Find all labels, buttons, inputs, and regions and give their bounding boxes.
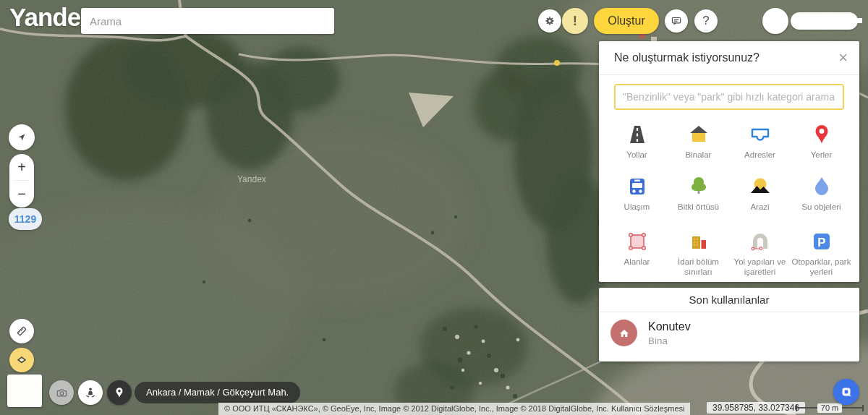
recents-title: Son kullanılanlar — [599, 288, 859, 312]
create-panel-title: Ne oluşturmak istiyorsunuz? — [614, 51, 760, 64]
terrain-icon — [749, 175, 772, 198]
tunnel-icon — [749, 230, 772, 253]
avatar[interactable] — [762, 8, 788, 34]
category-terrain[interactable]: Arazi — [729, 172, 791, 227]
help-button[interactable]: ? — [694, 9, 718, 33]
svg-text:P: P — [817, 236, 825, 249]
username-redacted[interactable] — [791, 12, 858, 30]
assistant-button[interactable] — [833, 379, 859, 405]
address-plate-icon — [749, 123, 772, 146]
terms-link[interactable]: Kullanıcı Sözleşmesi — [611, 404, 685, 413]
category-search-input[interactable] — [616, 85, 843, 108]
recent-item-subtitle: Bina — [648, 335, 691, 346]
layers-icon — [14, 353, 29, 367]
tree-icon — [687, 175, 710, 198]
layers-button[interactable] — [9, 348, 34, 372]
notifications-button[interactable]: ! — [562, 8, 588, 34]
category-parking[interactable]: P Otoparklar, park yerleri — [791, 227, 852, 289]
area-polygon-icon — [626, 230, 649, 253]
pin-icon — [113, 386, 126, 399]
question-icon: ? — [702, 14, 709, 28]
streetview-button[interactable] — [78, 380, 103, 405]
minimap-toggle[interactable] — [7, 375, 42, 407]
cursor-coordinates: 39.958785, 33.027346 — [707, 402, 805, 414]
zoom-control[interactable]: + − — [9, 154, 34, 208]
navigation-arrow-icon — [15, 131, 28, 144]
exclamation-icon: ! — [573, 13, 577, 29]
photos-button[interactable] — [49, 380, 74, 405]
category-vegetation[interactable]: Bitki örtüsü — [668, 172, 729, 227]
map-copyright: © ООО ИТЦ «СКАНЭКС», © GeoEye, Inc, Imag… — [218, 403, 690, 415]
search-input[interactable] — [81, 8, 334, 34]
parking-icon: P — [810, 230, 833, 253]
building-icon — [687, 123, 710, 146]
settings-button[interactable] — [538, 9, 561, 33]
current-area-label[interactable]: Ankara / Mamak / Gökçeyurt Mah. — [135, 382, 300, 403]
category-road-structures[interactable]: Yol yapıları ve işaretleri — [729, 227, 791, 289]
recent-item-title: Konutev — [648, 320, 691, 333]
category-addresses[interactable]: Adresler — [729, 120, 791, 172]
locate-me-button[interactable] — [9, 124, 35, 150]
q-logo-icon — [838, 384, 854, 400]
category-places[interactable]: Yerler — [791, 120, 852, 172]
scale-tick-right — [862, 405, 864, 411]
close-icon[interactable]: × — [838, 50, 848, 66]
camera-icon — [55, 386, 69, 400]
zoom-out-button[interactable]: − — [9, 181, 34, 207]
scale-line — [842, 407, 862, 408]
category-transport[interactable]: Ulaşım — [606, 172, 668, 227]
ruler-icon — [14, 324, 29, 338]
category-areas[interactable]: Alanlar — [606, 227, 668, 289]
water-drop-icon — [810, 175, 833, 198]
recents-panel: Son kullanılanlar Konutev Bina — [599, 288, 859, 361]
category-grid: Yollar Binalar Adresler Yerler — [599, 117, 859, 289]
map-search[interactable] — [81, 8, 334, 34]
category-search[interactable] — [614, 84, 844, 110]
category-admin-boundaries[interactable]: İdari bölüm sınırları — [668, 227, 729, 289]
scale-bar: 70 m — [796, 403, 864, 412]
gear-icon — [543, 14, 556, 27]
category-buildings[interactable]: Binalar — [668, 120, 729, 172]
category-water[interactable]: Su objeleri — [791, 172, 852, 227]
category-roads[interactable]: Yollar — [606, 120, 668, 172]
edits-count: 1129 — [14, 213, 36, 225]
location-pin-button[interactable] — [107, 380, 132, 405]
house-icon — [617, 326, 631, 341]
scale-line — [797, 407, 817, 408]
measure-button[interactable] — [9, 319, 34, 343]
edits-counter-badge[interactable]: 1129 — [9, 208, 42, 230]
create-button[interactable]: Oluştur — [594, 8, 659, 34]
place-pin-icon — [810, 123, 833, 146]
feedback-button[interactable] — [665, 9, 688, 33]
recent-item-konutev[interactable]: Konutev Bina — [599, 312, 859, 354]
create-panel: Ne oluşturmak istiyorsunuz? × Yollar Bin… — [599, 41, 859, 282]
copyright-text: © ООО ИТЦ «СКАНЭКС», © GeoEye, Inc, Imag… — [224, 404, 611, 413]
pegman-icon — [83, 385, 98, 400]
map-watermark: Yandex — [237, 174, 266, 184]
recent-item-badge — [610, 320, 637, 346]
zoom-in-button[interactable]: + — [9, 154, 34, 180]
area-breadcrumb: Ankara / Mamak / Gökçeyurt Mah. — [146, 387, 289, 398]
chat-bubble-icon — [670, 14, 683, 27]
admin-buildings-icon — [687, 230, 710, 253]
scale-label: 70 m — [817, 403, 842, 413]
road-icon — [626, 123, 649, 146]
bus-icon — [626, 175, 649, 198]
